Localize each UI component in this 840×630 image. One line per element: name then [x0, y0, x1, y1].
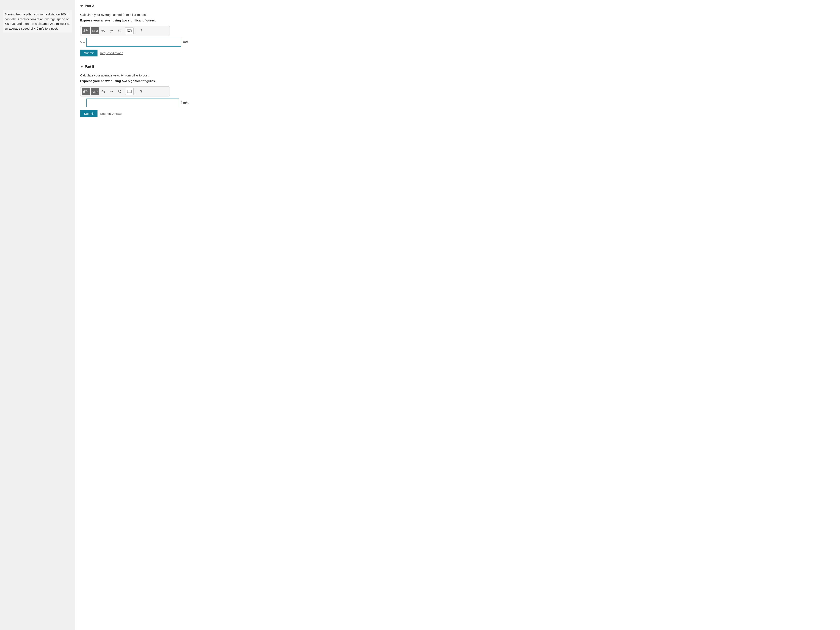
- svg-rect-10: [130, 30, 131, 30]
- svg-rect-22: [130, 91, 131, 91]
- redo-icon: [109, 90, 114, 93]
- keyboard-icon: [127, 29, 132, 32]
- undo-icon: [101, 29, 105, 33]
- svg-rect-9: [129, 30, 130, 30]
- part-a-block: Part A Calculate your average speed from…: [80, 4, 835, 57]
- part-b-answer-row: î m/s: [80, 98, 188, 107]
- problem-sidebar: Starting from a pillar, you run a distan…: [0, 0, 75, 630]
- submit-button[interactable]: Submit: [80, 110, 98, 117]
- part-b-input[interactable]: [87, 98, 179, 107]
- chevron-down-icon: [80, 66, 83, 68]
- svg-rect-12: [83, 90, 85, 92]
- reset-icon: [118, 90, 122, 93]
- undo-button[interactable]: [99, 88, 107, 95]
- keyboard-button[interactable]: [125, 27, 134, 35]
- templates-icon: √: [83, 90, 89, 93]
- part-a-question: Calculate your average speed from pillar…: [80, 13, 835, 16]
- svg-rect-18: [128, 91, 128, 91]
- svg-rect-21: [129, 91, 130, 91]
- unit-vector-i: î: [181, 101, 183, 104]
- svg-rect-20: [129, 91, 129, 91]
- part-b-block: Part B Calculate your average velocity f…: [80, 65, 835, 117]
- part-b-unit-text: m/s: [183, 101, 188, 104]
- svg-rect-23: [128, 92, 130, 92]
- symbols-label: ΑΣΦ: [92, 90, 98, 93]
- svg-rect-17: [127, 90, 131, 93]
- part-b-instruction: Express your answer using two significan…: [80, 79, 835, 83]
- toolbar-separator: [135, 89, 136, 94]
- part-b-unit: î m/s: [179, 101, 188, 105]
- svg-rect-16: [83, 92, 85, 92]
- chevron-down-icon: [80, 5, 83, 7]
- templates-button[interactable]: √: [82, 88, 90, 95]
- redo-icon: [109, 29, 114, 33]
- svg-rect-11: [128, 31, 130, 32]
- svg-rect-4: [83, 31, 85, 32]
- help-button[interactable]: ?: [137, 27, 145, 35]
- svg-rect-7: [128, 30, 129, 30]
- svg-rect-2: [87, 29, 88, 31]
- part-a-unit: m/s: [181, 40, 188, 44]
- problem-text: Starting from a pillar, you run a distan…: [5, 13, 69, 30]
- svg-rect-14: [87, 90, 88, 91]
- part-b-buttons: Submit Request Answer: [80, 110, 835, 117]
- request-answer-button[interactable]: Request Answer: [99, 110, 124, 117]
- reset-button[interactable]: [115, 27, 124, 35]
- part-a-input[interactable]: [87, 38, 181, 47]
- symbols-label: ΑΣΦ: [92, 29, 98, 33]
- help-icon: ?: [140, 29, 142, 33]
- keyboard-button[interactable]: [125, 88, 134, 95]
- redo-button[interactable]: [107, 88, 115, 95]
- templates-icon: √: [83, 29, 89, 33]
- svg-rect-5: [127, 30, 131, 32]
- part-a-variable: v =: [80, 40, 87, 44]
- svg-rect-8: [129, 30, 129, 30]
- svg-text:√: √: [85, 90, 86, 91]
- problem-statement: Starting from a pillar, you run a distan…: [3, 10, 72, 33]
- part-a-header[interactable]: Part A: [80, 4, 835, 8]
- request-answer-button[interactable]: Request Answer: [99, 50, 124, 57]
- templates-button[interactable]: √: [82, 27, 90, 35]
- part-a-buttons: Submit Request Answer: [80, 50, 835, 57]
- symbols-button[interactable]: ΑΣΦ: [91, 88, 99, 95]
- toolbar-separator: [135, 28, 136, 33]
- svg-rect-6: [128, 30, 128, 30]
- reset-button[interactable]: [115, 88, 124, 95]
- reset-icon: [118, 29, 122, 33]
- part-b-header[interactable]: Part B: [80, 65, 835, 68]
- redo-button[interactable]: [107, 27, 115, 35]
- part-a-toolbar: √ ΑΣΦ: [80, 26, 170, 36]
- help-icon: ?: [140, 89, 142, 94]
- keyboard-icon: [127, 90, 132, 93]
- help-button[interactable]: ?: [137, 88, 145, 95]
- svg-rect-0: [83, 29, 85, 31]
- part-a-title: Part A: [85, 4, 95, 8]
- answer-area: Part A Calculate your average speed from…: [75, 0, 840, 630]
- svg-rect-19: [128, 91, 129, 91]
- undo-icon: [101, 90, 105, 93]
- part-a-answer-row: v = m/s: [80, 38, 188, 47]
- part-b-toolbar: √ ΑΣΦ: [80, 87, 170, 96]
- symbols-button[interactable]: ΑΣΦ: [91, 27, 99, 35]
- svg-text:√: √: [85, 29, 86, 31]
- undo-button[interactable]: [99, 27, 107, 35]
- submit-button[interactable]: Submit: [80, 50, 98, 57]
- part-b-question: Calculate your average velocity from pil…: [80, 74, 835, 77]
- part-a-instruction: Express your answer using two significan…: [80, 19, 835, 22]
- part-b-title: Part B: [85, 65, 95, 68]
